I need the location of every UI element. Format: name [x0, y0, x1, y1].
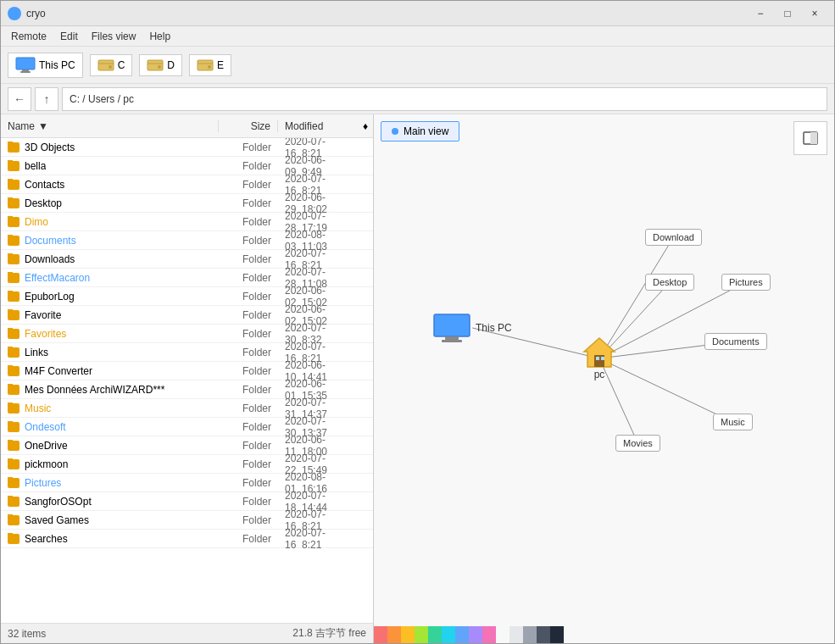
file-name: 3D Objects — [25, 142, 75, 153]
file-size: Folder — [219, 514, 278, 526]
file-name: M4F Converter — [25, 365, 92, 377]
file-size: Folder — [219, 328, 278, 340]
file-name: Favorite — [25, 309, 61, 321]
main-content: Name ▼ Size Modified ♦ 3D Objects Folder… — [1, 114, 834, 643]
music-graph-node[interactable]: Music — [713, 414, 753, 430]
folder-icon — [8, 459, 19, 469]
folder-icon — [8, 217, 19, 227]
file-size: Folder — [219, 272, 278, 284]
color-swatch — [509, 626, 523, 643]
drive-d-button[interactable]: D — [139, 54, 182, 76]
file-size: Folder — [219, 291, 278, 303]
menu-files-view[interactable]: Files view — [85, 29, 143, 44]
file-name: Saved Games — [25, 514, 89, 526]
color-swatch — [415, 626, 428, 643]
svg-rect-6 — [148, 60, 163, 70]
close-button[interactable]: × — [802, 5, 827, 22]
drive-c-label: C — [118, 59, 125, 71]
drive-c-icon — [97, 58, 114, 72]
folder-icon — [8, 254, 19, 264]
this-pc-label: This PC — [39, 59, 75, 71]
pictures-graph-node[interactable]: Pictures — [721, 274, 771, 291]
this-pc-button[interactable]: This PC — [8, 53, 83, 78]
file-list: 3D Objects Folder 2020-07-16 8:21 bella … — [1, 138, 373, 623]
folder-icon — [8, 347, 19, 358]
current-path: C: / Users / pc — [70, 93, 134, 105]
svg-rect-2 — [20, 71, 31, 73]
right-panel: Main view This PC — [374, 114, 834, 643]
file-size: Folder — [219, 458, 278, 470]
table-row[interactable]: Searches Folder 2020-07-16 8:21 — [1, 530, 373, 548]
drive-e-button[interactable]: E — [189, 54, 231, 76]
svg-rect-3 — [98, 60, 114, 70]
color-swatch — [550, 626, 564, 643]
folder-icon — [8, 366, 19, 376]
folder-icon — [8, 198, 19, 208]
file-size: Folder — [219, 179, 278, 191]
folder-icon — [8, 142, 19, 153]
file-list-header: Name ▼ Size Modified ♦ — [1, 114, 373, 138]
file-name: Mes Données ArchiWIZARD*** — [25, 384, 164, 396]
svg-rect-13 — [810, 132, 817, 144]
documents-graph-node[interactable]: Documents — [704, 333, 767, 350]
file-size: Folder — [219, 253, 278, 265]
color-bar — [374, 626, 715, 643]
this-pc-graph-node[interactable]: This PC — [433, 314, 512, 342]
color-swatch — [496, 626, 509, 643]
file-size: Folder — [219, 384, 278, 396]
folder-icon — [8, 161, 19, 171]
pc-graph-node[interactable]: pc — [582, 336, 616, 380]
svg-point-5 — [109, 65, 112, 69]
drive-c-button[interactable]: C — [90, 54, 133, 76]
download-graph-node[interactable]: Download — [645, 229, 702, 246]
movies-graph-node[interactable]: Movies — [615, 435, 660, 452]
back-button[interactable]: ← — [8, 87, 31, 111]
file-name: Dimo — [25, 216, 48, 228]
file-name: OneDrive — [25, 440, 68, 452]
view-tabs: Main view — [374, 114, 834, 148]
file-name: Ondesoft — [25, 421, 66, 433]
svg-rect-27 — [601, 357, 604, 360]
folder-icon — [8, 515, 19, 525]
color-swatch — [401, 626, 415, 643]
folder-icon — [8, 403, 19, 414]
item-count: 32 items — [8, 628, 46, 640]
file-name: pickmoon — [25, 458, 68, 470]
folder-icon — [8, 291, 19, 302]
minimize-button[interactable]: − — [748, 5, 773, 22]
file-name: EpuborLog — [25, 291, 75, 303]
menu-help[interactable]: Help — [142, 29, 177, 44]
toolbar: This PC C D E — [1, 47, 834, 84]
file-size: Folder — [219, 402, 278, 414]
desktop-graph-node[interactable]: Desktop — [645, 274, 694, 291]
color-swatch — [442, 626, 455, 643]
color-swatch — [455, 626, 469, 643]
column-name[interactable]: Name ▼ — [1, 120, 219, 132]
maximize-button[interactable]: □ — [775, 5, 800, 22]
svg-rect-26 — [596, 357, 599, 360]
main-view-tab-label: Main view — [404, 125, 448, 137]
column-size[interactable]: Size — [219, 120, 278, 132]
this-pc-monitor-icon — [433, 314, 470, 342]
svg-rect-1 — [22, 69, 29, 71]
title-bar: cryo − □ × — [1, 1, 834, 26]
file-panel: Name ▼ Size Modified ♦ 3D Objects Folder… — [1, 114, 374, 643]
menu-edit[interactable]: Edit — [53, 29, 85, 44]
color-swatch — [428, 626, 442, 643]
menu-remote[interactable]: Remote — [4, 29, 53, 44]
file-size: Folder — [219, 216, 278, 228]
panel-toggle-icon — [802, 130, 819, 147]
drive-d-icon — [147, 58, 164, 72]
column-modified[interactable]: Modified — [278, 120, 363, 132]
svg-line-19 — [599, 358, 732, 422]
home-icon — [582, 336, 616, 369]
up-button[interactable]: ↑ — [35, 87, 58, 111]
file-name: Downloads — [25, 253, 75, 265]
file-size: Folder — [219, 197, 278, 209]
folder-icon — [8, 180, 19, 190]
path-bar[interactable]: C: / Users / pc — [62, 87, 827, 111]
file-size: Folder — [219, 160, 278, 172]
file-name: Contacts — [25, 179, 64, 191]
main-view-tab[interactable]: Main view — [381, 121, 459, 142]
folder-icon — [8, 385, 19, 395]
